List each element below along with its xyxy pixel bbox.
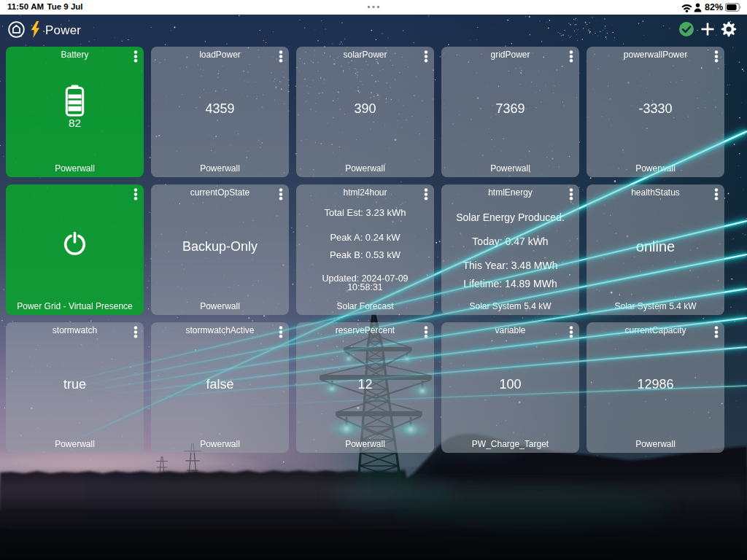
svg-text:82%: 82% (705, 2, 723, 12)
